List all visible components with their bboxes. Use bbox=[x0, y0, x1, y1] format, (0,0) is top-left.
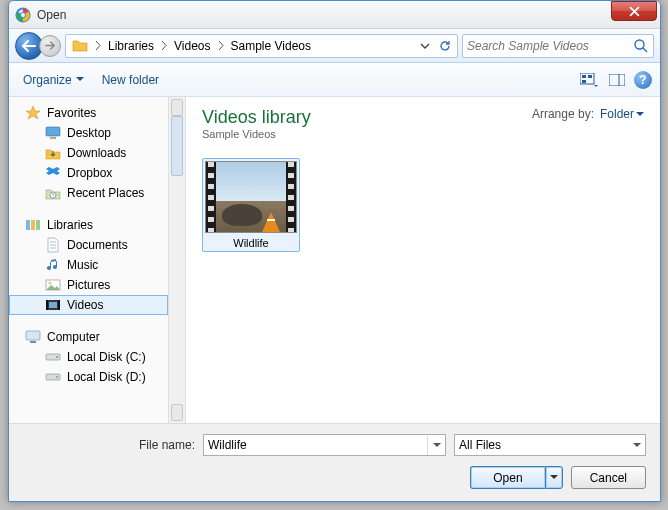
organize-label: Organize bbox=[23, 73, 72, 87]
sidebar-item-drive-c[interactable]: Local Disk (C:) bbox=[9, 347, 168, 367]
sidebar-label: Favorites bbox=[47, 106, 96, 120]
app-icon bbox=[15, 7, 31, 23]
sidebar-item-pictures[interactable]: Pictures bbox=[9, 275, 168, 295]
svg-rect-19 bbox=[46, 300, 48, 310]
file-item[interactable]: Wildlife bbox=[202, 158, 300, 252]
chevron-down-icon bbox=[76, 77, 84, 82]
file-filter-label: All Files bbox=[459, 438, 633, 452]
filename-input[interactable] bbox=[204, 438, 427, 452]
downloads-icon bbox=[45, 145, 61, 161]
chevron-down-icon bbox=[633, 443, 641, 448]
breadcrumb-segment[interactable]: Libraries bbox=[104, 39, 158, 53]
svg-rect-13 bbox=[26, 220, 30, 230]
sidebar-item-label: Documents bbox=[67, 238, 128, 252]
sidebar-label: Computer bbox=[47, 330, 100, 344]
documents-icon bbox=[45, 237, 61, 253]
forward-button[interactable] bbox=[39, 35, 61, 57]
help-button[interactable]: ? bbox=[634, 71, 652, 89]
search-box[interactable] bbox=[462, 34, 654, 58]
sidebar-item-label: Dropbox bbox=[67, 166, 112, 180]
window-title: Open bbox=[37, 8, 66, 22]
breadcrumb-dropdown[interactable] bbox=[415, 35, 435, 57]
search-icon[interactable] bbox=[633, 38, 649, 54]
file-filter-dropdown[interactable]: All Files bbox=[454, 434, 646, 456]
pictures-icon bbox=[45, 277, 61, 293]
preview-pane-button[interactable] bbox=[606, 69, 628, 91]
sidebar: Favorites Desktop Downloads Dropbox Rece… bbox=[9, 97, 169, 423]
svg-rect-8 bbox=[609, 74, 625, 86]
open-button-dropdown[interactable] bbox=[545, 466, 563, 489]
sidebar-item-drive-d[interactable]: Local Disk (D:) bbox=[9, 367, 168, 387]
desktop-icon bbox=[45, 125, 61, 141]
sidebar-item-label: Videos bbox=[67, 298, 103, 312]
svg-rect-5 bbox=[582, 75, 586, 78]
svg-rect-14 bbox=[31, 220, 35, 230]
svg-point-17 bbox=[49, 282, 52, 285]
svg-point-27 bbox=[56, 376, 58, 378]
svg-rect-11 bbox=[50, 137, 56, 139]
new-folder-button[interactable]: New folder bbox=[96, 70, 165, 90]
libraries-icon bbox=[25, 217, 41, 233]
video-thumbnail bbox=[205, 161, 297, 233]
folder-icon bbox=[72, 38, 88, 54]
navigation-bar: Libraries Videos Sample Videos bbox=[9, 29, 660, 63]
breadcrumb-segment[interactable]: Sample Videos bbox=[227, 39, 316, 53]
recent-icon bbox=[45, 185, 61, 201]
chevron-down-icon bbox=[636, 112, 644, 117]
sidebar-item-recent[interactable]: Recent Places bbox=[9, 183, 168, 203]
cancel-button[interactable]: Cancel bbox=[571, 466, 646, 489]
open-button[interactable]: Open bbox=[470, 466, 544, 489]
sidebar-header-favorites[interactable]: Favorites bbox=[9, 103, 168, 123]
sidebar-item-documents[interactable]: Documents bbox=[9, 235, 168, 255]
svg-rect-20 bbox=[58, 300, 60, 310]
open-dialog: Open Libraries Videos Sample Videos bbox=[8, 0, 661, 502]
arrange-by-value: Folder bbox=[600, 107, 634, 121]
arrange-by-dropdown[interactable]: Folder bbox=[600, 107, 644, 121]
sidebar-item-music[interactable]: Music bbox=[9, 255, 168, 275]
view-mode-button[interactable] bbox=[578, 69, 600, 91]
refresh-button[interactable] bbox=[435, 35, 455, 57]
sidebar-header-libraries[interactable]: Libraries bbox=[9, 215, 168, 235]
scrollbar[interactable] bbox=[169, 97, 186, 423]
svg-rect-7 bbox=[582, 80, 586, 83]
library-title: Videos library bbox=[202, 107, 311, 128]
chevron-right-icon[interactable] bbox=[215, 35, 227, 57]
sidebar-item-desktop[interactable]: Desktop bbox=[9, 123, 168, 143]
filename-dropdown[interactable] bbox=[427, 435, 445, 455]
new-folder-label: New folder bbox=[102, 73, 159, 87]
content-pane: Videos library Sample Videos Arrange by:… bbox=[186, 97, 660, 423]
svg-rect-23 bbox=[30, 341, 36, 343]
toolbar: Organize New folder ? bbox=[9, 63, 660, 97]
chevron-right-icon[interactable] bbox=[92, 35, 104, 57]
sidebar-header-computer[interactable]: Computer bbox=[9, 327, 168, 347]
videos-icon bbox=[45, 297, 61, 313]
filename-label: File name: bbox=[23, 438, 195, 452]
breadcrumb[interactable]: Libraries Videos Sample Videos bbox=[65, 34, 458, 58]
filename-combobox[interactable] bbox=[203, 434, 446, 456]
close-button[interactable] bbox=[611, 1, 657, 21]
scrollbar-thumb[interactable] bbox=[171, 116, 183, 176]
library-subtitle: Sample Videos bbox=[202, 128, 311, 140]
search-input[interactable] bbox=[467, 39, 633, 53]
sidebar-item-label: Recent Places bbox=[67, 186, 144, 200]
file-label: Wildlife bbox=[233, 237, 268, 249]
drive-icon bbox=[45, 369, 61, 385]
arrange-by-label: Arrange by: bbox=[532, 107, 594, 121]
sidebar-item-label: Downloads bbox=[67, 146, 126, 160]
sidebar-item-label: Pictures bbox=[67, 278, 110, 292]
svg-rect-21 bbox=[49, 302, 57, 308]
sidebar-item-dropbox[interactable]: Dropbox bbox=[9, 163, 168, 183]
music-icon bbox=[45, 257, 61, 273]
sidebar-item-videos[interactable]: Videos bbox=[9, 295, 168, 315]
sidebar-label: Libraries bbox=[47, 218, 93, 232]
file-list[interactable]: Wildlife bbox=[186, 146, 660, 423]
sidebar-item-label: Local Disk (D:) bbox=[67, 370, 146, 384]
chevron-right-icon[interactable] bbox=[158, 35, 170, 57]
svg-point-25 bbox=[56, 356, 58, 358]
organize-button[interactable]: Organize bbox=[17, 70, 90, 90]
star-icon bbox=[25, 105, 41, 121]
sidebar-item-downloads[interactable]: Downloads bbox=[9, 143, 168, 163]
svg-rect-22 bbox=[26, 331, 40, 340]
breadcrumb-segment[interactable]: Videos bbox=[170, 39, 214, 53]
dropbox-icon bbox=[45, 165, 61, 181]
